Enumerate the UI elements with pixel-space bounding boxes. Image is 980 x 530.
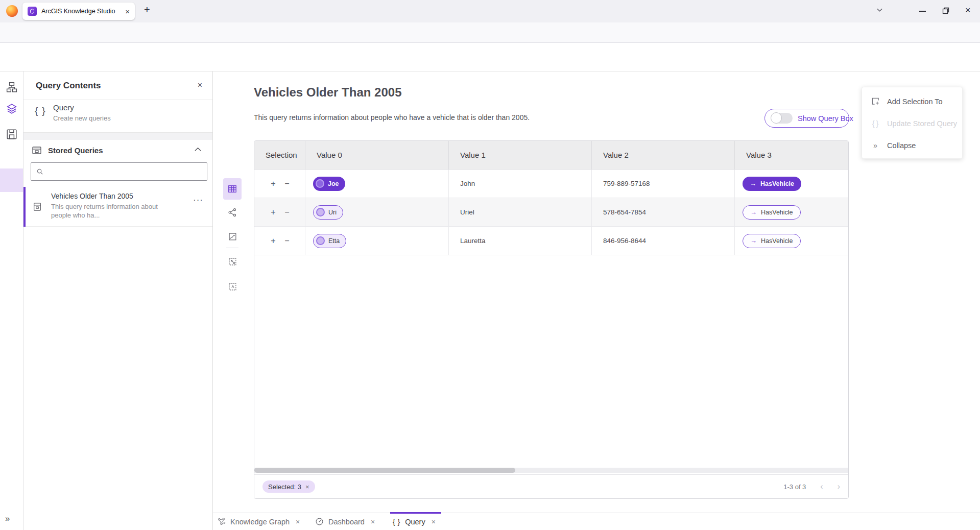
relationship-pill[interactable]: →HasVehicle [743,205,801,220]
stored-queries-title: Stored Queries [48,146,103,155]
remove-from-selection-icon[interactable]: − [283,236,291,246]
menu-item-collapse[interactable]: » Collapse [862,134,962,156]
new-tab-icon[interactable]: + [144,4,150,16]
chevrons-right-icon: » [870,141,880,150]
column-header: Value 1 [449,141,592,169]
list-tabs-icon[interactable] [876,7,883,13]
cell-value: 846-956-8644 [592,227,735,255]
remove-from-selection-icon[interactable]: − [283,208,291,217]
stored-query-list-item[interactable]: Vehicles Older Than 2005 This query retu… [23,187,212,227]
chevron-up-icon[interactable] [195,147,201,152]
toggle-track[interactable] [771,113,793,124]
firefox-icon [6,5,18,17]
toggle-knob[interactable] [771,112,782,124]
results-table: Selection Value 0 Value 1 Value 2 Value … [254,140,849,499]
tab-dashboard[interactable]: Dashboard × [315,513,375,530]
page-title: Vehicles Older Than 2005 [254,85,401,100]
query-item-title[interactable]: Query [53,103,74,112]
tab-close-icon[interactable]: × [432,518,436,526]
entity-dot-icon [316,208,325,216]
relationship-pill[interactable]: →HasVehicle [743,234,801,248]
app-header: Certification Project ? PL publisher2 la… [0,43,980,71]
prev-page-icon[interactable]: ‹ [820,482,823,491]
remove-from-selection-icon[interactable]: − [283,179,291,188]
browser-window: ArcGIS Knowledge Studio × + × ← → https:… [0,0,980,530]
scrollbar-thumb[interactable] [254,468,515,473]
browser-tab-title: ArcGIS Knowledge Studio [41,8,121,15]
expand-rail-icon[interactable]: » [5,514,10,524]
entity-pill[interactable]: Uri [313,205,343,220]
query-item-subtitle: Create new queries [53,114,111,122]
tab-query[interactable]: { } Query × [393,513,436,530]
tab-close-icon[interactable]: × [296,518,300,526]
layers-icon[interactable] [6,103,17,114]
column-header: Value 3 [735,141,848,169]
table-row[interactable]: +− Etta Lauretta 846-956-8644 →HasVehicl… [254,227,848,255]
section-gap [23,133,212,140]
arcgis-favicon [28,7,37,16]
stored-query-description: This query returns information about peo… [51,202,159,220]
stored-query-doc-icon [33,202,42,211]
add-to-selection-icon[interactable]: + [270,236,277,246]
add-to-selection-icon[interactable]: + [270,179,277,188]
cell-value: John [449,170,592,198]
save-icon[interactable] [6,129,17,140]
cell-value: 759-889-57168 [592,170,735,198]
bottom-tab-bar: Knowledge Graph × Dashboard × { } Query … [213,513,980,530]
selected-count-chip: Selected: 3 × [262,480,315,493]
browser-tab-active[interactable]: ArcGIS Knowledge Studio × [22,3,135,20]
browser-toolbar: ← → https://dev0028833.esri.com/portal/a… [0,22,980,43]
next-page-icon[interactable]: › [838,482,840,491]
table-row[interactable]: +− Uri Uriel 578-654-7854 →HasVehicle [254,198,848,227]
entity-pill[interactable]: Joe [313,177,345,191]
relationship-pill[interactable]: →HasVehicle [743,177,801,191]
arrow-right-icon: → [750,208,757,216]
select-area-icon[interactable] [223,277,242,296]
table-view-icon[interactable] [223,180,242,198]
tab-close-icon[interactable]: × [371,518,375,526]
entity-dot-icon [316,179,324,188]
cell-value: Lauretta [449,227,592,255]
selected-indicator-bar [23,187,26,227]
tab-close-icon[interactable]: × [125,7,130,16]
close-window-icon[interactable]: × [965,5,971,16]
add-to-selection-icon[interactable]: + [270,208,277,217]
map-icon[interactable] [223,227,242,246]
table-row[interactable]: +− Joe John 759-889-57168 →HasVehicle [254,170,848,198]
data-model-icon[interactable] [6,82,17,93]
arrow-right-icon: → [750,237,757,245]
column-header: Value 0 [305,141,449,169]
active-tab-indicator [390,512,441,514]
entity-pill[interactable]: Etta [313,234,346,248]
stored-queries-icon [32,145,42,155]
knowledge-graph-icon [217,517,226,526]
link-chart-icon[interactable] [223,203,242,222]
column-header: Value 2 [592,141,735,169]
divider [23,100,212,100]
menu-item-update-stored-query: { } Update Stored Query [862,112,962,134]
panel-close-icon[interactable]: × [198,81,202,90]
rail-selected-highlight [0,168,23,192]
selection-menu: Add Selection To { } Update Stored Query… [862,87,963,159]
horizontal-scrollbar[interactable] [254,468,848,473]
show-query-box-toggle[interactable]: Show Query Box [764,109,849,128]
tab-knowledge-graph[interactable]: Knowledge Graph × [217,513,300,530]
stored-queries-search-input[interactable] [31,162,207,181]
dashboard-gauge-icon [315,517,324,526]
page-description: This query returns information about peo… [254,113,530,122]
minimize-icon[interactable] [919,11,926,12]
restore-window-icon[interactable] [942,7,949,14]
braces-icon: { } [35,105,46,116]
entity-dot-icon [316,236,325,245]
browser-tab-bar: ArcGIS Knowledge Studio × + × [0,0,980,22]
item-options-ellipsis-icon[interactable]: ··· [193,195,203,205]
braces-icon: { } [870,119,880,128]
clear-selection-icon[interactable]: × [305,483,309,491]
panel-title: Query Contents [36,81,101,91]
column-header: Selection [254,141,305,169]
pagination: 1-3 of 3 ‹ › [783,482,840,491]
menu-item-add-selection-to[interactable]: Add Selection To [862,90,962,112]
select-on-link-chart-icon[interactable] [223,252,242,271]
left-icon-rail [0,71,23,530]
divider [226,248,238,248]
